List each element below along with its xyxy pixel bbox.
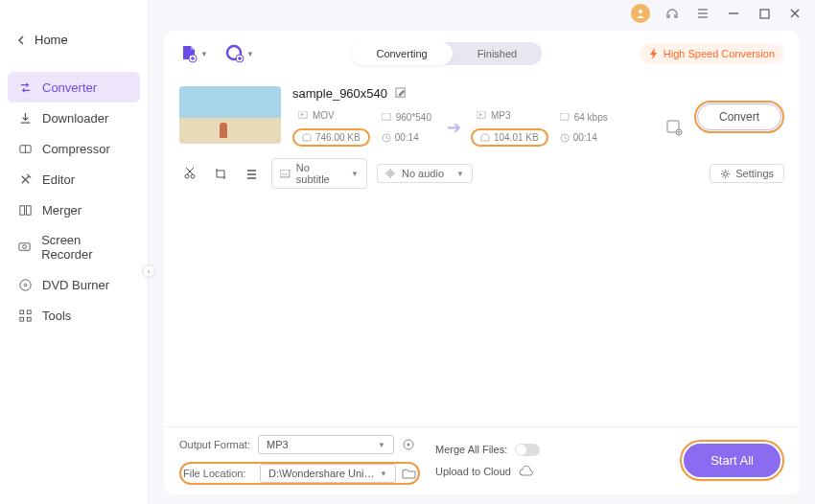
svg-point-30 <box>408 444 410 447</box>
svg-point-5 <box>19 279 30 289</box>
nav-downloader[interactable]: Downloader <box>0 103 148 133</box>
svg-point-6 <box>24 284 27 286</box>
audio-icon <box>385 169 396 178</box>
svg-rect-21 <box>560 113 569 120</box>
svg-rect-10 <box>27 317 31 321</box>
src-duration: 00:14 <box>376 130 437 145</box>
dst-format: MP3 <box>471 108 548 123</box>
gear-icon <box>720 169 731 179</box>
cloud-icon[interactable] <box>519 466 534 477</box>
dst-size: 104.01 KB <box>471 128 548 147</box>
nav-converter[interactable]: Converter <box>8 72 140 103</box>
chevron-left-icon <box>17 35 25 45</box>
subtitle-icon <box>280 170 291 178</box>
headphones-icon[interactable] <box>664 5 681 22</box>
output-format-dropdown[interactable]: MP3 ▼ <box>258 435 394 454</box>
nav-editor[interactable]: Editor <box>0 164 148 195</box>
svg-rect-9 <box>19 317 23 321</box>
nav-dvd-burner[interactable]: DVD Burner <box>0 269 148 300</box>
editor-icon <box>17 172 33 187</box>
downloader-icon <box>17 110 33 126</box>
src-format: MOV <box>292 108 370 123</box>
screen-recorder-icon <box>17 240 32 255</box>
dst-duration: 00:14 <box>554 130 614 145</box>
svg-point-28 <box>724 172 728 175</box>
start-all-button[interactable]: Start All <box>680 440 784 481</box>
target-settings-icon[interactable] <box>665 119 683 136</box>
nav-home-label: Home <box>35 33 68 47</box>
convert-button[interactable]: Convert <box>694 101 784 133</box>
effect-icon[interactable] <box>241 163 262 184</box>
svg-rect-27 <box>280 170 290 177</box>
add-url-button[interactable]: ▼ <box>225 44 254 63</box>
output-format-label: Output Format: <box>179 439 250 450</box>
nav-tools[interactable]: Tools <box>0 300 148 331</box>
lightning-icon <box>649 48 659 59</box>
svg-rect-3 <box>19 242 30 250</box>
chevron-down-icon: ▼ <box>380 470 387 478</box>
trim-icon[interactable] <box>179 163 200 184</box>
chevron-down-icon: ▼ <box>246 50 254 58</box>
minimize-icon[interactable] <box>725 5 742 22</box>
svg-rect-8 <box>27 309 31 313</box>
edit-icon[interactable] <box>395 87 408 100</box>
maximize-icon[interactable] <box>756 5 773 22</box>
chevron-down-icon: ▼ <box>351 170 359 178</box>
svg-point-26 <box>191 174 195 178</box>
crop-icon[interactable] <box>210 163 231 184</box>
folder-icon[interactable] <box>402 468 416 480</box>
merge-toggle[interactable] <box>515 444 540 456</box>
sidebar-collapse-handle[interactable]: ‹ <box>142 264 155 278</box>
tab-finished[interactable]: Finished <box>453 42 543 65</box>
output-settings-icon[interactable] <box>402 438 415 451</box>
high-speed-conversion[interactable]: High Speed Conversion <box>640 44 784 63</box>
svg-rect-7 <box>19 309 23 313</box>
close-icon[interactable] <box>786 5 803 22</box>
menu-icon[interactable] <box>694 5 711 22</box>
nav-screen-recorder[interactable]: Screen Recorder <box>0 225 148 269</box>
file-location-dropdown[interactable]: D:\Wondershare UniConverter 1 ▼ <box>260 464 396 483</box>
compressor-icon <box>17 141 33 156</box>
src-resolution: 960*540 <box>376 110 437 125</box>
svg-rect-12 <box>760 10 769 18</box>
add-url-icon <box>225 44 244 63</box>
add-file-button[interactable]: ▼ <box>179 44 208 63</box>
chevron-down-icon: ▼ <box>456 170 464 178</box>
chevron-down-icon: ▼ <box>200 50 208 58</box>
merger-icon <box>17 202 33 218</box>
svg-point-4 <box>23 244 27 248</box>
user-avatar[interactable] <box>631 4 650 23</box>
file-name: sample_960x540 <box>292 86 387 101</box>
tools-icon <box>17 308 33 323</box>
dst-bitrate: 64 kbps <box>554 110 614 125</box>
audio-dropdown[interactable]: No audio ▼ <box>377 164 473 183</box>
svg-point-25 <box>185 174 189 178</box>
src-size: 746.00 KB <box>292 128 370 147</box>
nav-merger[interactable]: Merger <box>0 195 148 225</box>
nav-home[interactable]: Home <box>0 25 148 55</box>
settings-button[interactable]: Settings <box>710 164 784 183</box>
nav-compressor[interactable]: Compressor <box>0 133 148 164</box>
upload-label: Upload to Cloud <box>435 466 511 477</box>
file-location-label: File Location: <box>183 468 254 479</box>
chevron-down-icon: ▼ <box>378 441 385 449</box>
dvd-icon <box>17 277 33 292</box>
merge-label: Merge All Files: <box>435 444 507 455</box>
subtitle-dropdown[interactable]: No subtitle ▼ <box>271 158 367 189</box>
converter-icon <box>17 80 33 95</box>
svg-point-11 <box>639 10 642 13</box>
add-file-icon <box>179 44 198 63</box>
arrow-right-icon: ➔ <box>443 117 465 138</box>
video-thumbnail[interactable] <box>179 86 281 144</box>
svg-rect-2 <box>26 205 31 214</box>
svg-rect-1 <box>19 205 24 214</box>
tab-converting[interactable]: Converting <box>351 42 452 65</box>
svg-rect-18 <box>382 113 390 120</box>
